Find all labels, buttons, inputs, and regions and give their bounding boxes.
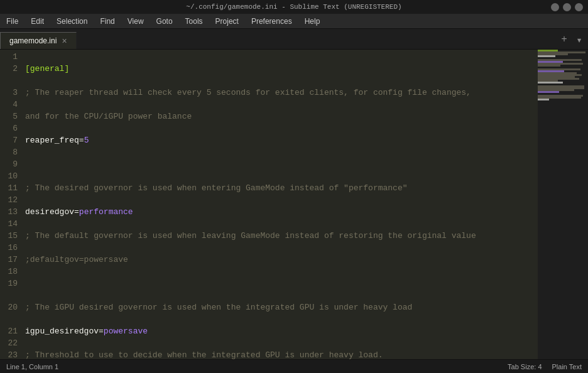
code-line-6: desiredgov=performance [25,206,538,218]
status-left: Line 1, Column 1 [6,363,58,370]
line-num: 8 [3,146,18,158]
line-num: 23 [3,349,18,359]
tab-close-button[interactable]: × [62,33,67,50]
line-num: 12 [3,194,18,206]
tab-add-button[interactable]: + [558,34,570,46]
line-num: 7 [3,134,18,146]
line-num: 22 [3,337,18,349]
editor-container: 1 2 2 3 4 5 6 7 8 9 10 11 12 13 14 15 16… [0,50,588,359]
code-line-1: [general] [25,63,538,75]
menu-project[interactable]: Project [209,14,245,28]
line-num: 17 [3,254,18,266]
tab-gamemode-ini[interactable]: gamemode.ini × [0,32,77,49]
code-line-11: igpu_desiredgov=powersave [25,325,538,337]
code-line-9 [25,278,538,289]
line-num: 9 [3,158,18,170]
line-numbers: 1 2 2 3 4 5 6 7 8 9 10 11 12 13 14 15 16… [0,50,23,359]
code-line-12: ; Threshold to use to decide when the in… [25,349,538,359]
line-num: 16 [3,242,18,254]
line-num: 18 [3,266,18,278]
line-num: 10 [3,170,18,182]
menu-help[interactable]: Help [298,14,327,28]
syntax-mode[interactable]: Plain Text [552,363,582,370]
line-num: 14 [3,218,18,230]
title-bar: ~/.config/gamemode.ini - Sublime Text (U… [0,0,588,14]
code-line-4 [25,158,538,170]
tab-list-button[interactable]: ▾ [573,34,585,46]
menu-preferences[interactable]: Preferences [245,14,298,28]
code-line-5: ; The desired governor is used when ente… [25,182,538,194]
status-bar: Line 1, Column 1 Tab Size: 4 Plain Text [0,359,588,373]
maximize-button[interactable]: □ [563,3,571,11]
line-num: 20 [3,301,18,313]
tab-bar: gamemode.ini × + ▾ [0,29,588,50]
code-line-2b: and for the CPU/iGPU power balance [25,111,538,122]
menu-view[interactable]: View [121,14,150,28]
cursor-position: Line 1, Column 1 [6,363,58,370]
line-num: 19 [3,278,18,289]
code-line-8: ;defaultgov=powersave [25,254,538,266]
code-line-2: ; The reaper thread will check every 5 s… [25,87,538,99]
window-controls: _ □ × [551,0,583,14]
code-line-10: ; The iGPU desired governor is used when… [25,301,538,313]
minimize-button[interactable]: _ [551,3,559,11]
line-num: 2 [3,63,18,75]
tab-size[interactable]: Tab Size: 4 [508,363,542,370]
line-num: 15 [3,230,18,242]
tab-label: gamemode.ini [9,33,57,50]
code-line-7: ; The default governor is used when leav… [25,230,538,242]
line-num: 11 [3,182,18,194]
close-button[interactable]: × [575,3,583,11]
line-num: 4 [3,99,18,111]
code-content[interactable]: [general] ; The reaper thread will check… [23,50,538,359]
line-num: 6 [3,122,18,134]
menu-selection[interactable]: Selection [50,14,94,28]
menu-find[interactable]: Find [94,14,121,28]
menu-edit[interactable]: Edit [24,14,50,28]
menu-bar: File Edit Selection Find View Goto Tools… [0,14,588,29]
menu-file[interactable]: File [0,14,24,28]
line-num: 21 [3,325,18,337]
tab-controls: + ▾ [558,34,585,46]
status-right: Tab Size: 4 Plain Text [508,363,582,370]
window-title: ~/.config/gamemode.ini - Sublime Text (U… [186,3,401,11]
line-num: 1 [3,51,18,63]
line-num: 5 [3,111,18,122]
menu-tools[interactable]: Tools [179,14,209,28]
line-num: 13 [3,206,18,218]
line-num: 3 [3,87,18,99]
code-line-3: reaper_freq=5 [25,134,538,146]
minimap[interactable] [538,50,588,359]
minimap-content [538,50,588,359]
menu-goto[interactable]: Goto [150,14,179,28]
